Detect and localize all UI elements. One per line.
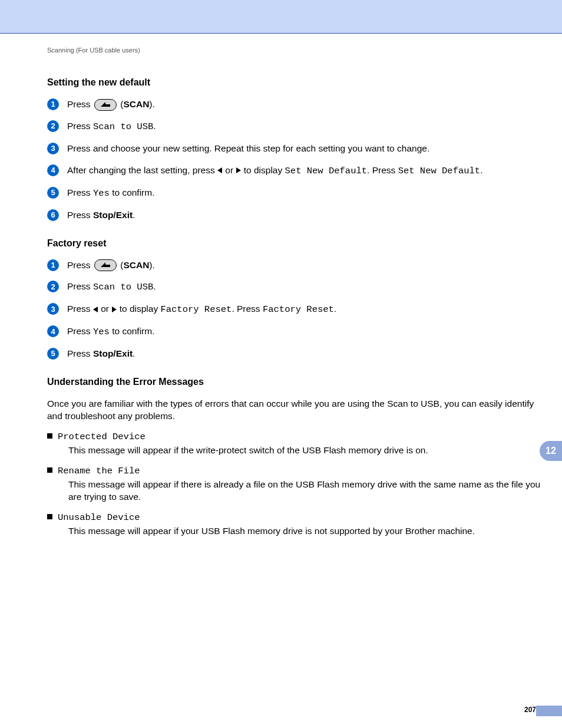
error-item: Protected Device This message will appea… <box>47 431 544 457</box>
heading-error-messages: Understanding the Error Messages <box>47 377 544 387</box>
step-number-icon: 3 <box>47 143 59 154</box>
error-name: Protected Device <box>58 431 146 442</box>
step: 1 Press (SCAN). <box>47 98 544 111</box>
step: 1 Press (SCAN). <box>47 259 544 272</box>
heading-setting-default: Setting the new default <box>47 77 544 88</box>
menu-item: Scan to USB <box>93 121 153 132</box>
step-text: . <box>334 304 336 314</box>
error-description: This message will appear if there is alr… <box>68 479 544 503</box>
scan-button-icon <box>94 259 117 271</box>
step-text: Press <box>67 281 93 291</box>
scan-label: SCAN <box>123 99 149 109</box>
step-text: . Press <box>232 304 263 314</box>
footer-accent-bar <box>536 706 562 716</box>
step: 3 Press or to display Factory Reset. Pre… <box>47 303 544 316</box>
step-number-icon: 6 <box>47 209 59 221</box>
menu-item: Factory Reset <box>263 304 334 315</box>
paren-open: ( <box>118 99 123 109</box>
heading-factory-reset: Factory reset <box>47 238 544 249</box>
triangle-left-icon <box>217 167 223 174</box>
svg-marker-2 <box>93 307 98 312</box>
error-item: Rename the File This message will appear… <box>47 465 544 503</box>
step-number-icon: 4 <box>47 164 59 176</box>
step-text: Press <box>67 187 93 197</box>
step-text: . <box>133 348 135 358</box>
triangle-right-icon <box>111 307 117 313</box>
square-bullet-icon <box>47 433 52 439</box>
square-bullet-icon <box>47 467 52 473</box>
step: 2 Press Scan to USB. <box>47 120 544 133</box>
menu-item: Set New Default <box>285 166 368 176</box>
step-text: After changing the last setting, press <box>67 165 217 175</box>
paren-close: ). <box>149 260 154 270</box>
step-text: . Press <box>367 165 398 175</box>
step: 5 Press Yes to confirm. <box>47 187 544 200</box>
step-text: or <box>223 165 236 175</box>
scan-label: SCAN <box>123 260 149 270</box>
step-text: Press <box>67 326 93 336</box>
step-text: Press <box>67 210 93 220</box>
step-text: to display <box>117 304 160 314</box>
step-number-icon: 1 <box>47 259 59 271</box>
error-description: This message will appear if the write-pr… <box>68 444 544 457</box>
step-text: to confirm. <box>110 326 155 336</box>
step-text: Press and choose your new setting. Repea… <box>67 143 429 153</box>
steps-setting-default: 1 Press (SCAN). 2 Press Scan to USB. 3 P… <box>47 98 544 222</box>
menu-item: Scan to USB <box>93 282 153 292</box>
step-number-icon: 5 <box>47 187 59 199</box>
square-bullet-icon <box>47 514 52 519</box>
scan-button-icon <box>94 99 117 111</box>
step-number-icon: 4 <box>47 325 59 337</box>
step-text: Press <box>67 260 93 270</box>
step-number-icon: 5 <box>47 348 59 360</box>
step: 5 Press Stop/Exit. <box>47 348 544 360</box>
step-text: Press <box>67 304 93 314</box>
button-label: Stop/Exit <box>93 348 133 358</box>
step: 6 Press Stop/Exit. <box>47 209 544 222</box>
menu-item: Yes <box>93 327 110 337</box>
menu-item: Set New Default <box>398 166 481 176</box>
step: 4 After changing the last setting, press… <box>47 164 544 177</box>
page-content: Scanning (For USB cable users) Setting t… <box>0 34 562 538</box>
menu-item: Yes <box>93 188 110 199</box>
step-text: . <box>480 165 482 175</box>
paren-close: ). <box>149 99 154 109</box>
error-item: Unusable Device This message will appear… <box>47 512 544 538</box>
step-text: . <box>153 121 156 131</box>
step-number-icon: 3 <box>47 303 59 315</box>
intro-paragraph: Once you are familiar with the types of … <box>47 398 544 423</box>
page-number: 207 <box>524 706 536 714</box>
step-text: or <box>98 304 111 314</box>
button-label: Stop/Exit <box>93 210 133 220</box>
paren-open: ( <box>118 260 123 270</box>
step: 2 Press Scan to USB. <box>47 281 544 294</box>
error-name: Rename the File <box>58 466 140 476</box>
error-list: Protected Device This message will appea… <box>47 431 544 538</box>
step-text: . <box>133 210 135 220</box>
step-text: Press <box>67 121 93 131</box>
running-head: Scanning (For USB cable users) <box>47 47 544 54</box>
step: 3 Press and choose your new setting. Rep… <box>47 143 544 155</box>
triangle-left-icon <box>93 307 98 313</box>
chapter-tab: 12 <box>540 441 562 461</box>
step-text: . <box>153 281 156 291</box>
step-text: Press <box>67 99 93 109</box>
error-description: This message will appear if your USB Fla… <box>68 525 544 538</box>
step: 4 Press Yes to confirm. <box>47 325 544 338</box>
menu-item: Factory Reset <box>160 304 232 315</box>
step-text: Press <box>67 348 93 358</box>
header-bar <box>0 0 562 34</box>
error-name: Unusable Device <box>58 512 140 523</box>
step-number-icon: 2 <box>47 281 59 292</box>
steps-factory-reset: 1 Press (SCAN). 2 Press Scan to USB. 3 P… <box>47 259 544 361</box>
svg-marker-0 <box>217 167 222 173</box>
step-number-icon: 1 <box>47 98 59 110</box>
step-number-icon: 2 <box>47 120 59 132</box>
step-text: to confirm. <box>110 187 155 197</box>
step-text: to display <box>241 165 285 175</box>
